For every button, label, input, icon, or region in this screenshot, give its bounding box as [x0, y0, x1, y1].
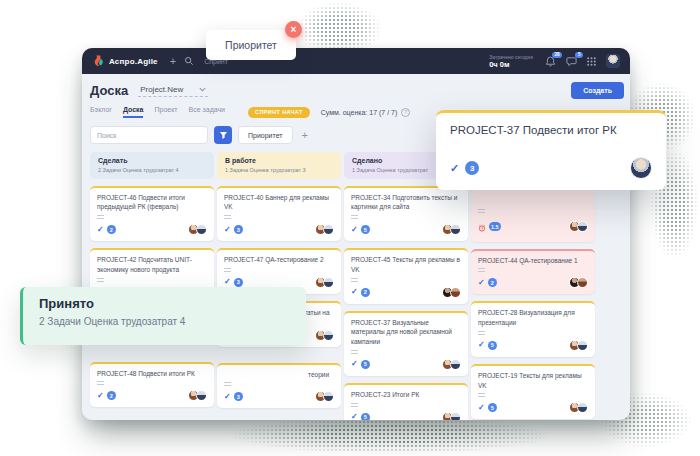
project-selector[interactable]: Project.New [138, 84, 208, 97]
app-window: Аспро.Agile + Спринт Затрачено сегодня 0… [82, 48, 630, 420]
check-icon: ✓ [351, 360, 358, 368]
description-icon [224, 215, 231, 219]
description-icon [478, 268, 485, 272]
task-footer: ✓2 [97, 390, 207, 401]
avatar [577, 402, 588, 413]
task-footer: ✓5 [478, 402, 588, 413]
estimate-badge: 1.5 [489, 222, 501, 231]
kanban-column: В работе1 Задача Оценка трудозатрат 3PRO… [217, 152, 341, 408]
task-footer: 1.5 [478, 218, 588, 236]
task-title: PROJECT-45 Тексты для рекламы в VK [351, 255, 461, 275]
project-selector-value: Project.New [140, 85, 183, 94]
board-header: Доска Project.New Создать [90, 82, 624, 99]
task-popup-footer: ✓ 3 [450, 157, 652, 179]
avatar [577, 340, 588, 351]
filter-button[interactable] [214, 126, 232, 144]
accepted-column-title: Принято [39, 296, 290, 311]
create-button[interactable]: Создать [571, 82, 624, 99]
time-tracker[interactable]: Затрачено сегодня 0ч 0м [489, 54, 533, 69]
messages-button[interactable]: 5 [566, 56, 577, 67]
task-title: PROJECT-23 Итоги РК [351, 390, 461, 400]
column-header[interactable]: В работе1 Задача Оценка трудозатрат 3 [217, 152, 341, 179]
priority-filter-chip[interactable]: Приоритет [238, 126, 293, 144]
assignee-avatar [630, 157, 652, 179]
description-icon [351, 403, 358, 407]
search-input[interactable] [90, 126, 208, 144]
assignee-avatars [442, 359, 461, 370]
tab-project[interactable]: Проект [154, 106, 177, 118]
app-name: Аспро.Agile [109, 57, 158, 66]
task-title: PROJECT-37 Визуальные материалы для ново… [351, 318, 461, 347]
tab-all-tasks[interactable]: Все задачи [189, 106, 226, 118]
task-card[interactable]: PROJECT-40 Баннер для рекламы VK✓3 [217, 186, 341, 242]
task-card[interactable]: PROJECT-48 Подвести итоги РК✓2 [90, 362, 214, 408]
estimate: ✓2 [97, 391, 116, 400]
task-card[interactable]: PROJECT-44 QA-тестирование 1✓2 [471, 249, 595, 295]
task-card[interactable]: PROJECT-34 Подготовить тексты и картинки… [344, 186, 468, 242]
description-icon [97, 381, 104, 385]
check-icon: ✓ [351, 413, 358, 420]
task-card[interactable]: PROJECT-28 Визуализация для презентации✓… [471, 301, 595, 357]
description-icon [97, 215, 104, 219]
close-icon[interactable]: × [285, 21, 302, 38]
assignee-avatars [569, 340, 588, 351]
task-footer: ✓5 [478, 340, 588, 351]
task-card[interactable]: PROJECT-46 Подвести итоги предыдущей РК … [90, 186, 214, 242]
assignee-avatars [569, 402, 588, 413]
tab-backlog[interactable]: Бэклог [90, 106, 112, 118]
tab-board[interactable]: Доска [123, 106, 144, 118]
avatar [450, 412, 461, 421]
page-title: Доска [90, 83, 128, 98]
avatar [323, 277, 334, 288]
estimate: ✓5 [351, 413, 370, 421]
estimate-badge: 3 [465, 161, 479, 175]
estimate-badge: 5 [361, 360, 370, 369]
time-tracker-label: Затрачено сегодня [489, 54, 533, 60]
column-title: Сделать [98, 157, 206, 164]
task-footer: ✓5 [351, 412, 461, 421]
user-avatar[interactable] [606, 54, 620, 68]
task-card[interactable]: PROJECT-23 Итоги РК✓5 [344, 383, 468, 420]
estimate: 1.5 [478, 218, 501, 236]
sprint-status-badge: СПРИНТ НАЧАТ [248, 107, 310, 118]
column-header[interactable]: Сделать2 Задачи Оценка трудозатрат 4 [90, 152, 214, 179]
notifications-button[interactable]: 28 [545, 56, 556, 67]
task-card[interactable]: PROJECT-37 Визуальные материалы для ново… [344, 311, 468, 376]
task-footer: ✓2 [478, 277, 588, 288]
assignee-avatars [442, 412, 461, 421]
assignee-avatars [315, 330, 334, 341]
estimate-badge: 5 [488, 341, 497, 350]
add-icon[interactable]: + [170, 56, 176, 67]
check-icon: ✓ [97, 392, 104, 400]
task-title: PROJECT-19 Тексты для рекламы VK [478, 371, 588, 391]
app-logo[interactable]: Аспро.Agile [92, 55, 158, 68]
task-popup-title: PROJECT-37 Подвести итог РК [450, 124, 652, 136]
navbar-right: Затрачено сегодня 0ч 0м 28 5 [489, 54, 620, 69]
add-filter-button[interactable]: + [302, 130, 308, 141]
avatar [450, 359, 461, 370]
task-card[interactable]: PROJECT-19 Тексты для рекламы VK✓5 [471, 364, 595, 420]
task-card[interactable]: PROJECT-45 Тексты для рекламы в VK✓2 [344, 248, 468, 304]
task-card-popup[interactable]: PROJECT-37 Подвести итог РК ✓ 3 [436, 110, 666, 190]
avatar [196, 224, 207, 235]
task-title: теории [224, 370, 334, 380]
estimate-badge: 2 [107, 391, 116, 400]
task-card[interactable]: теории✓3 [217, 363, 341, 409]
estimate-badge: 3 [234, 392, 243, 401]
description-icon [351, 350, 358, 354]
task-card[interactable]: 1.5 [471, 186, 595, 242]
check-icon: ✓ [97, 226, 104, 234]
time-tracker-value: 0ч 0м [489, 60, 533, 69]
apps-grid-icon[interactable] [587, 57, 596, 66]
search-icon[interactable] [184, 56, 194, 66]
accepted-column-stats: 2 Задачи Оценка трудозатрат 4 [39, 316, 290, 327]
assignee-avatars [315, 224, 334, 235]
check-icon: ✓ [224, 226, 231, 234]
avatar [450, 224, 461, 235]
check-icon: ✓ [450, 162, 459, 175]
kanban-column: Сделать2 Задачи Оценка трудозатрат 4PROJ… [90, 152, 214, 407]
estimate: ✓5 [478, 403, 497, 412]
info-icon[interactable]: ? [401, 108, 410, 117]
estimate-badge: 5 [361, 413, 370, 421]
task-title: PROJECT-46 Подвести итоги предыдущей РК … [97, 193, 207, 213]
